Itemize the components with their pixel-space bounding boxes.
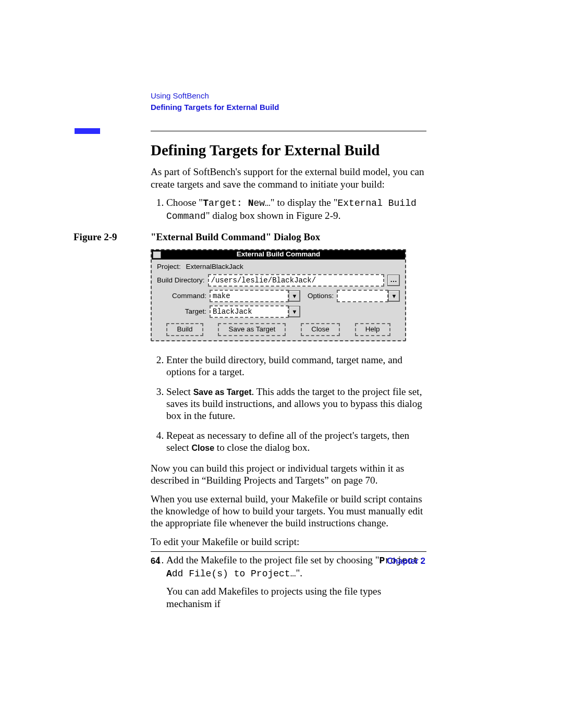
command-label: Command: bbox=[157, 292, 206, 300]
target-dropdown-button[interactable]: ▼ bbox=[289, 306, 300, 317]
page: Using SoftBench Defining Targets for Ext… bbox=[0, 0, 563, 728]
chevron-down-icon: ▼ bbox=[391, 293, 397, 300]
project-label: Project: bbox=[157, 263, 181, 271]
help-button[interactable]: Help bbox=[355, 323, 390, 336]
step-4: Repeat as necessary to define all of the… bbox=[166, 429, 426, 454]
project-value: ExternalBlackJack bbox=[186, 263, 243, 271]
command-input[interactable]: make bbox=[210, 290, 289, 302]
options-label: Options: bbox=[308, 292, 334, 300]
project-row: Project: ExternalBlackJack bbox=[152, 260, 405, 271]
target-row: Target: BlackJack ▼ bbox=[152, 302, 405, 318]
close-button[interactable]: Close bbox=[301, 323, 340, 336]
figure-label: Figure 2-9 bbox=[74, 231, 151, 243]
edit-step-1-followup: You can add Makefiles to projects using … bbox=[166, 585, 426, 610]
steps-list-1: Choose "Target: New…" to display the "Ex… bbox=[151, 196, 426, 223]
edit-steps-list: Add the Makefile to the project file set… bbox=[151, 554, 426, 610]
target-label: Target: bbox=[157, 307, 206, 316]
builddir-input[interactable]: /users/leslie/BlackJack/ bbox=[208, 274, 384, 287]
top-divider bbox=[151, 131, 426, 131]
build-button[interactable]: Build bbox=[166, 323, 203, 336]
chevron-down-icon: ▼ bbox=[292, 293, 298, 300]
chapter-reference[interactable]: Chapter 2 bbox=[387, 557, 425, 566]
browse-button[interactable]: … bbox=[387, 275, 400, 286]
breadcrumb: Using SoftBench bbox=[151, 90, 279, 102]
step-1: Choose "Target: New…" to display the "Ex… bbox=[166, 196, 426, 223]
page-number: 64 bbox=[151, 557, 160, 566]
dialog-title: External Build Command bbox=[152, 250, 405, 259]
intro-paragraph: As part of SoftBench's support for the e… bbox=[151, 166, 426, 190]
save-as-target-button[interactable]: Save as Target bbox=[218, 323, 286, 336]
options-dropdown-button[interactable]: ▼ bbox=[388, 290, 400, 302]
steps-list-2: Enter the build directory, build command… bbox=[151, 354, 426, 454]
page-heading: Defining Targets for External Build bbox=[151, 141, 426, 159]
section-title: Defining Targets for External Build bbox=[151, 102, 279, 113]
dialog-figure: External Build Command Project: External… bbox=[151, 249, 406, 341]
dialog-button-row: Build Save as Target Close Help bbox=[152, 318, 405, 336]
target-input[interactable]: BlackJack bbox=[210, 305, 289, 318]
paragraph-build-now: Now you can build this project or indivi… bbox=[151, 462, 426, 487]
external-build-dialog: External Build Command Project: External… bbox=[151, 249, 406, 341]
options-input[interactable] bbox=[337, 290, 388, 302]
accent-bar bbox=[75, 128, 100, 134]
command-row: Command: make ▼ Options: ▼ bbox=[152, 287, 405, 302]
command-dropdown-button[interactable]: ▼ bbox=[289, 290, 300, 302]
main-content: Defining Targets for External Build As p… bbox=[151, 141, 426, 618]
bottom-divider bbox=[151, 551, 426, 552]
builddir-row: Build Directory: /users/leslie/BlackJack… bbox=[152, 271, 405, 287]
figure-title: "External Build Command" Dialog Box bbox=[151, 231, 320, 243]
builddir-label: Build Directory: bbox=[157, 276, 205, 285]
chevron-down-icon: ▼ bbox=[292, 309, 298, 315]
figure-caption: Figure 2-9 "External Build Command" Dial… bbox=[74, 231, 426, 243]
paragraph-external-build: When you use external build, your Makefi… bbox=[151, 493, 426, 529]
running-header: Using SoftBench Defining Targets for Ext… bbox=[151, 90, 279, 113]
paragraph-edit-intro: To edit your Makefile or build script: bbox=[151, 536, 426, 548]
step-3: Select Save as Target. This adds the tar… bbox=[166, 386, 426, 422]
step-2: Enter the build directory, build command… bbox=[166, 354, 426, 378]
